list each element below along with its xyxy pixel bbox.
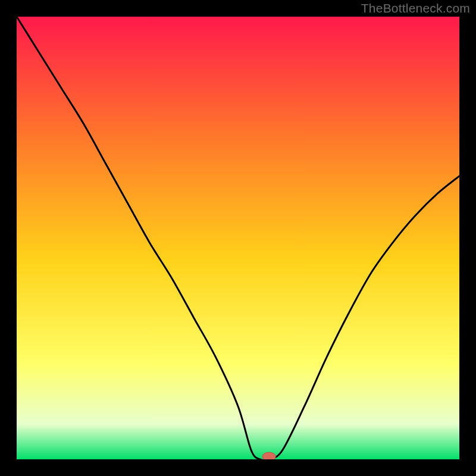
gradient-background <box>17 17 459 459</box>
plot-area <box>17 17 459 459</box>
chart-frame: TheBottleneck.com <box>0 0 476 476</box>
plot-svg <box>17 17 459 459</box>
optimum-marker <box>262 452 275 459</box>
watermark-text: TheBottleneck.com <box>361 1 470 15</box>
